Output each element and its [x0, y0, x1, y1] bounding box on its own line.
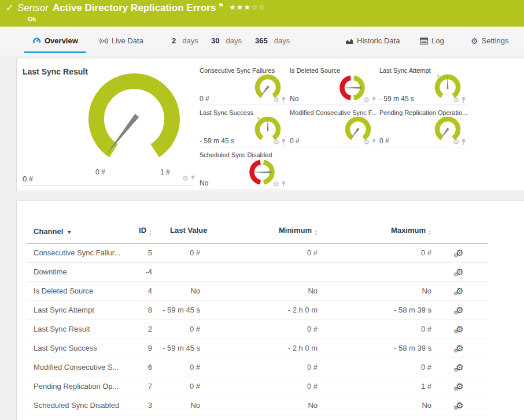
channel-settings-gear-icon[interactable]: ⚙⚙ [456, 248, 463, 257]
table-row[interactable]: Pending Replication Op... 7 0 # 0 # 1 # … [27, 377, 488, 396]
channel-settings-gear-icon[interactable]: ⚙⚙ [456, 287, 463, 295]
gauge-settings-gear-icon[interactable]: ⚙ [363, 139, 370, 146]
table-row[interactable]: Scheduled Sync Disabled 3 No No No ⚙⚙ [27, 396, 488, 415]
channel-settings-gear-icon[interactable]: ⚙⚙ [456, 401, 463, 410]
channel-id: 9 [134, 339, 152, 358]
settings-gear-icon: ⚙ [471, 38, 478, 44]
channel-name[interactable]: Modified Consecutive S... [27, 358, 134, 377]
channel-settings-gear-icon[interactable]: ⚙⚙ [456, 325, 463, 333]
divider [379, 105, 467, 105]
gauge-tile-is-deleted-source[interactable]: Is Deleted Source No ⚙ [290, 67, 379, 106]
gauge-settings-gear-icon[interactable]: ⚙ [273, 181, 279, 188]
channel-settings-gear-icon[interactable]: ⚙⚙ [456, 267, 463, 276]
channel-name[interactable]: Downtime [27, 262, 134, 281]
channel-maximum: 0 # [318, 243, 431, 262]
flag-icon[interactable]: ⚑ [218, 2, 224, 9]
tab-settings[interactable]: ⚙ Settings [463, 27, 517, 55]
channel-maximum: No [318, 281, 431, 300]
gauge-tile-modified-consecutive-sync-failures[interactable]: Modified Consecutive Sync F... 0 # ⚙ [290, 109, 379, 148]
channel-last-value [152, 262, 200, 281]
tab-bar: Overview Live Data 2 days 30 days 365 da… [0, 27, 524, 55]
gauge-settings-gear-icon[interactable]: ⚙ [363, 96, 370, 103]
channel-maximum: 0 # [318, 358, 431, 377]
tab-live-data[interactable]: Live Data [91, 27, 152, 55]
table-row[interactable]: Last Sync Success 9 - 59 m 45 s - 2 h 0 … [27, 339, 488, 358]
tab-365-days-number: 365 [255, 36, 268, 45]
gauge-settings-gear-icon[interactable]: ⚙ [182, 175, 189, 182]
gauge-settings-gear-icon[interactable]: ⚙ [453, 139, 459, 146]
tab-365-days[interactable]: 365 days [247, 27, 298, 55]
gauge-tile-scheduled-sync-disabled[interactable]: Scheduled Sync Disabled No ⚙ [200, 151, 289, 190]
channel-last-value: No [152, 396, 200, 415]
column-header-channel[interactable]: Channel▼ [27, 201, 134, 243]
tab-2-days-word: days [182, 36, 198, 45]
column-header-maximum[interactable]: Maximum▲▼ [318, 201, 431, 243]
sort-icon: ▲▼ [197, 230, 200, 236]
tab-2-days[interactable]: 2 days [164, 27, 206, 55]
sensor-header: ✓ SensorActive Directory Replication Err… [0, 0, 524, 27]
gauge-tile-pending-replication-operations[interactable]: Pending Replication Operatio... 0 # ⚙ [379, 109, 468, 148]
gauge-tile-last-sync-attempt[interactable]: Last Sync Attempt - 59 m 45 s ⚙ [379, 67, 468, 106]
channel-name[interactable]: Last Sync Result [27, 319, 134, 339]
channel-last-value: - 59 m 45 s [152, 339, 200, 358]
channel-id: 6 [134, 358, 152, 377]
channel-settings-gear-icon[interactable]: ⚙⚙ [456, 306, 463, 314]
pin-icon[interactable] [461, 139, 466, 146]
channel-settings-gear-icon[interactable]: ⚙⚙ [456, 382, 463, 391]
channel-settings-gear-icon[interactable]: ⚙⚙ [456, 344, 463, 352]
table-row[interactable]: Consecutive Sync Failur... 5 0 # 0 # 0 #… [27, 243, 488, 262]
tab-log[interactable]: Log [412, 27, 452, 55]
tab-log-label: Log [431, 36, 444, 45]
pin-icon[interactable] [371, 96, 377, 103]
table-row[interactable]: Is Deleted Source 4 No No No ⚙⚙ [27, 281, 488, 300]
pin-icon[interactable] [371, 139, 377, 146]
channel-maximum: - 58 m 39 s [318, 300, 431, 319]
tab-30-days[interactable]: 30 days [203, 27, 250, 55]
sort-icon: ▲▼ [314, 230, 318, 236]
channel-settings-gear-icon[interactable]: ⚙⚙ [456, 363, 463, 371]
pin-icon[interactable] [281, 96, 286, 103]
pin-icon[interactable] [190, 175, 195, 182]
tab-365-days-word: days [274, 36, 290, 45]
tab-overview[interactable]: Overview [24, 27, 86, 55]
channel-minimum: 0 # [200, 358, 318, 377]
divider [200, 105, 287, 105]
divider [23, 185, 195, 186]
gauge-icon [32, 37, 41, 44]
channel-name[interactable]: Scheduled Sync Disabled [27, 396, 134, 415]
channel-last-value: 0 # [152, 377, 200, 396]
channel-id: 2 [134, 319, 152, 339]
tab-overview-label: Overview [45, 36, 78, 45]
table-row[interactable]: Last Sync Attempt 8 - 59 m 45 s - 2 h 0 … [27, 300, 488, 319]
sort-icon: ▲▼ [149, 230, 152, 236]
channel-name[interactable]: Pending Replication Op... [27, 377, 134, 396]
table-row[interactable]: Last Sync Result 2 0 # 0 # 0 # ⚙⚙ [27, 319, 488, 339]
main-gauge-value: 0 # [23, 174, 33, 183]
column-header-last-value[interactable]: Last Value▲▼ [152, 201, 200, 243]
channel-minimum: 0 # [200, 319, 318, 339]
pin-icon[interactable] [281, 181, 286, 188]
main-gauge[interactable] [85, 73, 183, 165]
tab-historic-data[interactable]: Historic Data [337, 27, 408, 55]
channel-minimum: No [200, 396, 318, 415]
gauge-settings-gear-icon[interactable]: ⚙ [273, 96, 279, 103]
channel-name[interactable]: Is Deleted Source [27, 281, 134, 300]
column-header-minimum[interactable]: Minimum▲▼ [200, 201, 318, 243]
channel-id: 4 [134, 281, 152, 300]
table-row[interactable]: Modified Consecutive S... 6 0 # 0 # 0 # … [27, 358, 488, 377]
gauge-settings-gear-icon[interactable]: ⚙ [453, 96, 459, 103]
status-ok-check-icon: ✓ [6, 2, 13, 13]
pin-icon[interactable] [281, 139, 286, 146]
channel-name[interactable]: Last Sync Success [27, 339, 134, 358]
pin-icon[interactable] [461, 96, 466, 103]
column-header-id[interactable]: ID▲▼ [134, 201, 152, 243]
table-row[interactable]: Downtime -4 ⚙⚙ [27, 262, 488, 281]
divider [200, 189, 287, 189]
gauge-tile-last-sync-success[interactable]: Last Sync Success - 59 m 45 s ⚙ [200, 109, 289, 148]
channel-name[interactable]: Last Sync Attempt [27, 300, 134, 319]
gauge-value: 0 # [200, 95, 209, 103]
gauge-tile-consecutive-sync-failures[interactable]: Consecutive Sync Failures 0 # ⚙ [200, 67, 289, 106]
channel-name[interactable]: Consecutive Sync Failur... [27, 243, 134, 262]
star-rating[interactable]: ★★★☆☆ [229, 3, 265, 12]
gauge-settings-gear-icon[interactable]: ⚙ [273, 139, 279, 146]
